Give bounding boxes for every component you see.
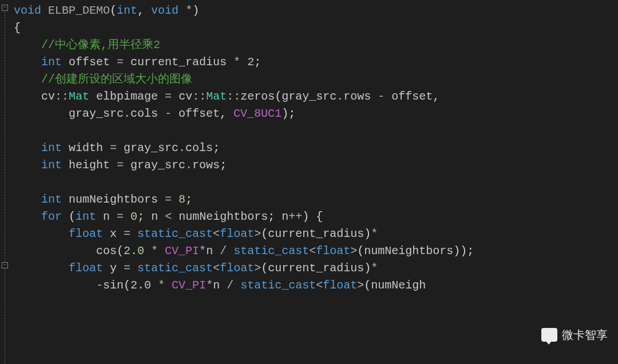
token-punct [14, 176, 21, 189]
code-line[interactable]: float y = static_cast<float>(current_rad… [14, 260, 618, 277]
token-punct: ; [220, 159, 227, 172]
token-macro: CV_8UC1 [233, 107, 282, 120]
token-punct [89, 90, 96, 103]
token-iden: gray_src [130, 159, 185, 172]
token-kw: float [220, 227, 254, 240]
token-kw: float [69, 262, 103, 275]
token-paren: ( [117, 244, 124, 258]
token-op: = [110, 159, 130, 172]
code-line[interactable]: //中心像素,用半径乘2 [14, 37, 618, 54]
token-iden: sin [103, 279, 124, 292]
token-kw: float [316, 244, 350, 258]
token-op: / [213, 244, 233, 258]
token-iden: offset [69, 56, 110, 69]
token-op: < [309, 244, 316, 258]
token-op: - [371, 90, 391, 103]
token-punct: ; [254, 56, 261, 69]
token-punct [62, 56, 69, 69]
token-op: = [117, 227, 137, 240]
fold-toggle-for-loop[interactable]: − [2, 262, 8, 268]
token-op: ++ [288, 210, 302, 223]
token-kw: int [76, 210, 96, 223]
token-op: * [206, 279, 213, 292]
code-line[interactable]: for (int n = 0; n < numNeightbors; n++) … [14, 208, 618, 225]
token-paren: ( [364, 279, 371, 292]
token-punct [14, 141, 41, 155]
fold-toggle-function[interactable]: − [2, 5, 8, 11]
token-num: 2 [247, 56, 254, 69]
code-area[interactable]: void ELBP_DEMO(int, void *){ //中心像素,用半径乘… [10, 0, 618, 364]
code-line[interactable]: void ELBP_DEMO(int, void *) [14, 2, 618, 19]
token-op: * [179, 4, 192, 17]
token-op: . [185, 159, 192, 172]
token-punct: ; [467, 244, 474, 258]
token-kw: int [41, 193, 62, 206]
token-punct [14, 159, 41, 172]
code-line[interactable]: float x = static_cast<float>(current_rad… [14, 225, 618, 243]
token-kw: void [151, 4, 179, 17]
token-iden: numNeightbors [364, 244, 453, 258]
token-op: = [110, 210, 130, 223]
code-line[interactable]: gray_src.cols - offset, CV_8UC1); [14, 105, 618, 122]
token-punct [62, 159, 69, 172]
token-iden: cols [130, 107, 158, 120]
fold-guide-line [5, 269, 5, 364]
token-iden: n [151, 210, 158, 223]
token-punct: ; [185, 193, 192, 206]
token-op: < [213, 262, 220, 275]
token-punct: , [137, 4, 151, 17]
token-punct [14, 124, 21, 137]
code-line[interactable]: int numNeightbors = 8; [14, 191, 618, 208]
token-punct [14, 107, 69, 120]
token-op: * [371, 262, 378, 275]
code-line[interactable]: int offset = current_radius * 2; [14, 54, 618, 71]
token-op: . [179, 141, 185, 155]
token-op: > [357, 279, 364, 292]
code-line[interactable]: //创建所设的区域大小的图像 [14, 71, 618, 88]
code-line[interactable]: -sin(2.0 * CV_PI*n / static_cast<float>(… [14, 277, 618, 294]
token-iden: current_radius [130, 56, 227, 69]
token-punct [62, 193, 69, 206]
token-iden: numNeigh [371, 279, 426, 292]
token-iden: offset [391, 90, 433, 103]
code-line[interactable]: int height = gray_src.rows; [14, 157, 618, 174]
token-iden: gray_src [69, 107, 124, 120]
token-iden: gray_src [282, 90, 336, 103]
token-iden: offset [179, 107, 220, 120]
token-paren: ( [261, 262, 268, 275]
code-line[interactable]: cos(2.0 * CV_PI*n / static_cast<float>(n… [14, 243, 618, 260]
token-iden: rows [192, 159, 220, 172]
token-op: < [158, 210, 179, 223]
code-line[interactable] [14, 122, 618, 140]
token-op: * [227, 56, 247, 69]
token-iden: n [213, 279, 220, 292]
code-line[interactable]: cv::Mat elbpimage = cv::Mat::zeros(gray_… [14, 88, 618, 105]
token-punct: , [433, 90, 439, 103]
token-op: = [117, 262, 137, 275]
token-op: - [96, 279, 103, 292]
token-kw: float [323, 279, 357, 292]
code-line[interactable]: int width = gray_src.cols; [14, 140, 618, 157]
token-com: //中心像素,用半径乘2 [14, 38, 160, 52]
token-punct [14, 210, 41, 223]
token-iden: cols [185, 141, 213, 155]
fold-gutter: − − [0, 0, 10, 364]
token-paren: ( [110, 4, 117, 17]
token-punct [14, 227, 69, 240]
token-iden: n [206, 244, 213, 258]
token-cast: static_cast [137, 227, 213, 240]
token-num: 2.0 [124, 244, 144, 258]
token-punct: ; [268, 210, 282, 223]
token-iden: zeros [240, 90, 275, 103]
code-editor[interactable]: − − void ELBP_DEMO(int, void *){ //中心像素,… [0, 0, 618, 364]
token-num: 2.0 [130, 279, 151, 292]
token-op: > [254, 262, 261, 275]
token-punct: , [220, 107, 233, 120]
token-iden: x [110, 227, 117, 240]
code-line[interactable] [14, 174, 618, 191]
token-punct [14, 56, 41, 69]
code-line[interactable]: { [14, 19, 618, 37]
token-paren: ( [275, 90, 282, 103]
token-op: * [151, 279, 172, 292]
token-punct: ; [213, 141, 220, 155]
